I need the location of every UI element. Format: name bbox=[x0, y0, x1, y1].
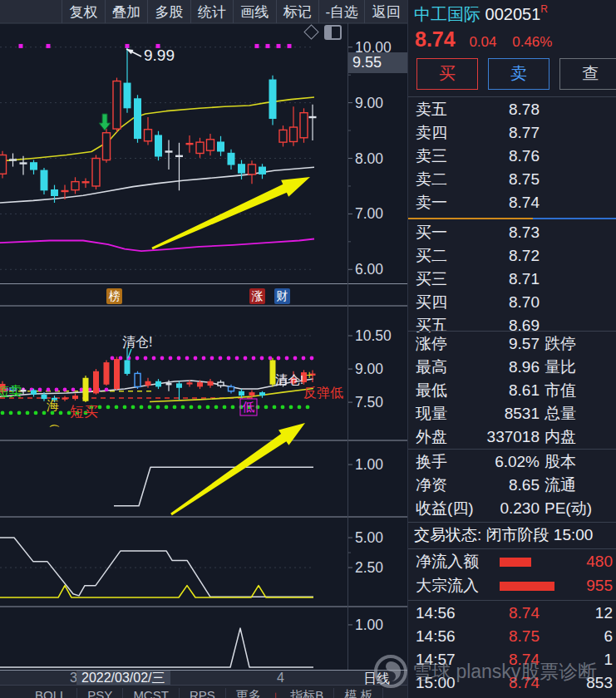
panel-toggle-icon[interactable] bbox=[324, 25, 342, 40]
bid-row-4[interactable]: 买四 8.70 bbox=[408, 291, 616, 314]
tick-price: 8.75 bbox=[509, 625, 540, 648]
tick-vol: 6 bbox=[604, 625, 613, 648]
limit-up-value: 9.57 bbox=[509, 332, 540, 356]
net-asset-label: 净资 bbox=[416, 474, 447, 497]
pe-label: PE(动) bbox=[545, 497, 592, 520]
tick-price: 8.74 bbox=[509, 648, 540, 671]
block-inflow-value: 955 bbox=[586, 574, 613, 597]
volume-ratio-label: 量比 bbox=[545, 356, 576, 379]
outer-vol-label: 外盘 bbox=[416, 425, 447, 449]
chart-canvas[interactable]: 10.009.008.007.006.0010.509.007.501.005.… bbox=[0, 0, 407, 685]
badge-zhang[interactable]: 涨 bbox=[249, 288, 265, 304]
flow-row: 大宗流入 955 bbox=[408, 574, 616, 597]
bid-ask-divider bbox=[408, 218, 616, 219]
limit-down-label: 跌停 bbox=[545, 332, 576, 356]
tick-time: 15:00 bbox=[416, 671, 456, 695]
bid-row-2[interactable]: 买二 8.72 bbox=[408, 244, 616, 268]
last-price: 8.74 bbox=[415, 27, 456, 51]
tick-price: 8.74 bbox=[509, 671, 540, 695]
bid4-price: 8.70 bbox=[509, 291, 540, 314]
tick-row[interactable]: 15:00 8.74 853 bbox=[408, 671, 616, 695]
tick-row[interactable]: 14:56 8.75 6 bbox=[408, 625, 616, 648]
svg-text:+: + bbox=[306, 368, 313, 381]
tab-boll[interactable]: BOLL bbox=[25, 688, 77, 698]
bid1-label: 买一 bbox=[416, 221, 447, 244]
sell-button[interactable]: 卖 bbox=[488, 58, 549, 90]
net-inflow-label: 净流入额 bbox=[416, 550, 479, 573]
stat-row: 收益(四) 0.230 PE(动) bbox=[408, 497, 616, 520]
tick-time: 14:56 bbox=[416, 602, 456, 625]
divider bbox=[408, 600, 616, 601]
tick-price: 8.74 bbox=[509, 602, 540, 625]
stat-row: 涨停 9.57 跌停 bbox=[408, 332, 616, 356]
tick-row[interactable]: 14:57 8.74 1 bbox=[408, 648, 616, 671]
badge-bang[interactable]: 榜 bbox=[106, 288, 122, 304]
net-inflow-value: 480 bbox=[586, 550, 613, 573]
low-label: 最低 bbox=[416, 379, 447, 402]
tick-time: 14:56 bbox=[416, 625, 456, 648]
svg-text:7.00: 7.00 bbox=[355, 205, 383, 222]
net-inflow-bar bbox=[500, 558, 531, 567]
bid2-label: 买二 bbox=[416, 244, 447, 268]
stock-name: 中工国际 bbox=[414, 5, 480, 23]
indicator-tab-row: BOLL PSY MCST RPS 更多 ↓ 指标B 模 板 bbox=[0, 685, 407, 698]
stock-header: 中工国际 002051R bbox=[414, 3, 548, 26]
ask-row-1[interactable]: 卖一 8.74 bbox=[408, 191, 616, 214]
tab-psy[interactable]: PSY bbox=[77, 688, 123, 698]
ask-row-2[interactable]: 卖二 8.75 bbox=[408, 168, 616, 191]
bid3-label: 买三 bbox=[416, 268, 447, 291]
session-status-text: 交易状态: 闭市阶段 15:00 bbox=[414, 526, 593, 543]
svg-text:清仓!: 清仓! bbox=[275, 372, 303, 386]
stat-row: 外盘 337018 内盘 bbox=[408, 425, 616, 449]
tab-template[interactable]: 模 板 bbox=[334, 688, 383, 698]
session-status-band: 交易状态: 闭市阶段 15:00 bbox=[408, 522, 616, 549]
buy-button[interactable]: 买 bbox=[416, 58, 478, 90]
query-button[interactable]: 查 bbox=[559, 58, 616, 90]
market-cap-label: 市值 bbox=[545, 379, 576, 402]
ask2-price: 8.75 bbox=[509, 168, 540, 191]
bid4-label: 买四 bbox=[416, 291, 447, 314]
tab-rps[interactable]: RPS bbox=[180, 688, 226, 698]
divider bbox=[408, 96, 616, 97]
turnover-value: 6.02% bbox=[495, 450, 540, 474]
margin-flag: R bbox=[540, 3, 548, 15]
svg-text:清仓!: 清仓! bbox=[122, 335, 152, 349]
bid-row-1[interactable]: 买一 8.73 bbox=[408, 221, 616, 244]
svg-text:9.00: 9.00 bbox=[355, 361, 383, 377]
ask3-label: 卖三 bbox=[416, 145, 447, 168]
bid2-price: 8.72 bbox=[509, 244, 540, 268]
svg-text:9.99: 9.99 bbox=[144, 47, 175, 64]
divider bbox=[408, 449, 616, 450]
svg-text:（: （ bbox=[49, 418, 62, 429]
svg-text:1.00: 1.00 bbox=[355, 617, 383, 633]
tick-row[interactable]: 14:56 8.74 12 bbox=[408, 602, 616, 625]
stat-row: 净资 8.65 流通 bbox=[408, 474, 616, 497]
ask4-label: 卖四 bbox=[416, 121, 447, 145]
stat-row: 现量 8531 总量 bbox=[408, 402, 616, 425]
high-value: 8.96 bbox=[509, 356, 540, 379]
outer-vol-value: 337018 bbox=[487, 425, 540, 449]
price-change: 0.04 bbox=[469, 34, 496, 50]
ask5-label: 卖五 bbox=[416, 98, 447, 121]
tick-time: 14:57 bbox=[416, 648, 456, 671]
ask-row-3[interactable]: 卖三 8.76 bbox=[408, 145, 616, 168]
svg-text:10.50: 10.50 bbox=[355, 327, 392, 344]
svg-text:5.00: 5.00 bbox=[355, 529, 383, 546]
quote-panel: 中工国际 002051R 8.74 0.04 0.46% 买 卖 查 卖五 8.… bbox=[407, 0, 616, 698]
svg-text:2.50: 2.50 bbox=[355, 559, 383, 576]
ask-row-5[interactable]: 卖五 8.78 bbox=[408, 98, 616, 121]
ask-row-4[interactable]: 卖四 8.77 bbox=[408, 121, 616, 145]
tab-indicator-b[interactable]: 指标B bbox=[280, 688, 334, 698]
tick-vol: 853 bbox=[586, 671, 613, 695]
more-arrow-icon: ↓ bbox=[271, 688, 281, 698]
flow-row: 净流入额 480 bbox=[408, 550, 616, 573]
bid-row-3[interactable]: 买三 8.71 bbox=[408, 268, 616, 291]
svg-text:海: 海 bbox=[47, 398, 59, 412]
tab-mcst[interactable]: MCST bbox=[123, 688, 180, 698]
svg-text:短卖: 短卖 bbox=[0, 384, 22, 398]
low-value: 8.61 bbox=[509, 379, 540, 402]
limit-up-label: 涨停 bbox=[416, 332, 447, 356]
badge-cai[interactable]: 财 bbox=[274, 288, 290, 304]
selected-date[interactable]: 2022/03/02/三 bbox=[76, 671, 170, 686]
tab-more[interactable]: 更多 bbox=[226, 688, 271, 698]
